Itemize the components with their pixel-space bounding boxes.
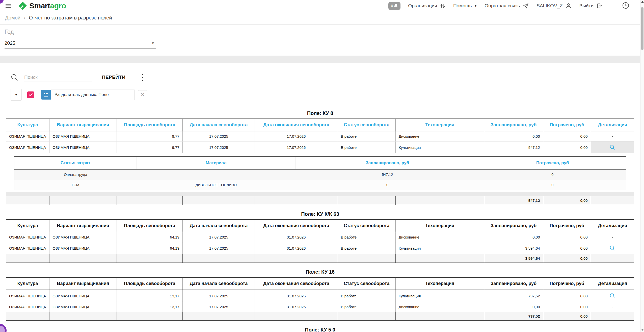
table-cell: Культивация (395, 141, 484, 153)
column-header: Детализация (591, 277, 634, 290)
summary-row: 547,120,00 (6, 196, 634, 205)
search-input[interactable] (24, 73, 92, 82)
scrollbar-up-arrow[interactable] (641, 1, 644, 3)
detail-cell: 0 (479, 180, 626, 190)
table-cell: 737,52 (484, 290, 543, 302)
column-header[interactable]: Вариант выращивания (49, 119, 117, 131)
history-button[interactable] (622, 2, 630, 10)
breadcrumb-home[interactable]: Домой (5, 15, 20, 21)
data-splitter-icon (41, 90, 51, 100)
field-groups-container: Поле: КУ 8КультураВариант выращиванияПло… (0, 110, 640, 332)
detail-zoom-button[interactable] (591, 141, 634, 153)
table-cell: ОЗИМАЯ ПШЕНИЦА (49, 232, 117, 242)
scrollbar-thumb[interactable] (641, 7, 643, 50)
column-header: Вариант выращивания (49, 277, 117, 290)
splitter-checkbox[interactable] (27, 91, 34, 98)
column-header[interactable]: Детализация (591, 119, 634, 131)
group-title: Поле: КУ 16 (0, 269, 640, 275)
column-header[interactable]: Площадь севооборота (117, 119, 182, 131)
column-header[interactable]: Техоперация (395, 119, 484, 131)
year-select[interactable]: 2025 ▼ (5, 40, 156, 49)
column-header: Запланировано, руб (484, 277, 543, 290)
table-cell: 0,00 (543, 302, 591, 312)
divider (133, 66, 133, 89)
smartagro-logo[interactable]: Smartagro (18, 1, 66, 10)
detail-cell: 547.12 (296, 169, 479, 180)
column-header[interactable]: Запланировано, руб (484, 119, 543, 131)
column-header[interactable]: Потрачено, руб (543, 119, 591, 131)
menu-button[interactable] (4, 2, 13, 9)
splitter-dropdown-button[interactable]: ▼ (11, 89, 22, 101)
detail-column-header: Статья затрат (14, 157, 137, 169)
table-row: ОЗИМАЯ ПШЕНИЦАОЗИМАЯ ПШЕНИЦА13,1717.07.2… (6, 302, 634, 312)
table-cell: 0,00 (543, 290, 591, 302)
detail-header-row: Статья затратМатериалЗапланировано, рубП… (14, 157, 626, 169)
table-row: ОЗИМАЯ ПШЕНИЦАОЗИМАЯ ПШЕНИЦА13,1717.07.2… (6, 290, 634, 302)
nav-user[interactable]: SALIKOV_Z (536, 3, 572, 9)
remove-splitter-button[interactable]: ✕ (138, 90, 147, 99)
table-cell: 9,77 (117, 131, 182, 141)
notifications-button[interactable]: 0 (388, 2, 400, 10)
more-options-button[interactable] (141, 73, 144, 82)
column-header: Статус севооборота (338, 277, 395, 290)
field-table: КультураВариант выращиванияПлощадь севоо… (6, 219, 634, 263)
table-cell: 31.07.2026 (255, 290, 338, 302)
detail-zoom-button[interactable] (591, 290, 634, 302)
summary-planned: 737,52 (484, 312, 543, 321)
group-title: Поле: КУ К/К 63 (0, 211, 640, 217)
summary-spent: 0,00 (543, 254, 591, 263)
column-header[interactable]: Дата начала севооборота (182, 119, 255, 131)
detail-zoom-button[interactable] (591, 242, 634, 254)
table-header-row: КультураВариант выращиванияПлощадь севоо… (6, 220, 634, 232)
summary-spent: 0,00 (543, 196, 591, 205)
table-cell: В работе (338, 232, 395, 242)
table-cell: 0,00 (543, 242, 591, 254)
spacer-row (6, 192, 634, 196)
logo-text: Smartagro (29, 2, 66, 10)
nav-logout[interactable]: Выйти (579, 3, 603, 9)
column-header[interactable]: Культура (6, 119, 49, 131)
breadcrumb-separator: › (24, 15, 25, 20)
table-cell: 17.07.2026 (255, 131, 338, 141)
table-cell: 64,19 (117, 232, 182, 242)
table-cell: 0,00 (484, 302, 543, 312)
year-label: Год (5, 29, 636, 35)
table-cell: Дискование (395, 131, 484, 141)
vertical-scrollbar[interactable] (640, 0, 644, 332)
table-cell: 17.07.2025 (182, 302, 255, 312)
table-cell: Культивация (395, 242, 484, 254)
report-card: ПЕРЕЙТИ ▼ ✕ Поле: КУ (0, 63, 640, 332)
splitter-input[interactable] (51, 89, 135, 100)
search-icon (11, 74, 18, 81)
column-header: Дата окончания севооборота (255, 277, 338, 290)
table-cell: 17.07.2025 (182, 131, 255, 141)
column-header: Дата начала севооборота (182, 220, 255, 232)
table-cell: Дискование (395, 302, 484, 312)
go-button[interactable]: ПЕРЕЙТИ (102, 75, 125, 80)
data-splitter-row: ▼ ✕ (0, 89, 640, 105)
nav-organization[interactable]: Организация (408, 3, 446, 9)
scrollbar-down-arrow[interactable] (641, 329, 644, 331)
field-table: КультураВариант выращиванияПлощадь севоо… (6, 277, 634, 321)
table-cell: ОЗИМАЯ ПШЕНИЦА (49, 141, 117, 153)
detail-column-header: Запланировано, руб (296, 157, 479, 169)
nav-help[interactable]: Помощь ▼ (453, 3, 477, 9)
detail-cell: Оплата труда (14, 169, 137, 180)
table-cell: 17.07.2025 (182, 141, 255, 153)
detail-empty-cell: - (591, 302, 634, 312)
table-header-row: КультураВариант выращиванияПлощадь севоо… (6, 277, 634, 290)
detail-cell (137, 169, 296, 180)
detail-empty-cell: - (591, 131, 634, 141)
table-cell: 17.07.2026 (255, 141, 338, 153)
column-header: Детализация (591, 220, 634, 232)
year-value: 2025 (5, 40, 15, 46)
table-cell: ОЗИМАЯ ПШЕНИЦА (49, 242, 117, 254)
column-header[interactable]: Дата окончания севооборота (255, 119, 338, 131)
nav-feedback[interactable]: Обратная связь (485, 3, 529, 9)
column-header[interactable]: Статус севооборота (338, 119, 395, 131)
detail-cell: ДИЗЕЛЬНОЕ ТОПЛИВО (137, 180, 296, 190)
logout-icon (596, 3, 603, 9)
column-header: Вариант выращивания (49, 220, 117, 232)
column-header: Дата окончания севооборота (255, 220, 338, 232)
table-cell: Культивация (395, 290, 484, 302)
